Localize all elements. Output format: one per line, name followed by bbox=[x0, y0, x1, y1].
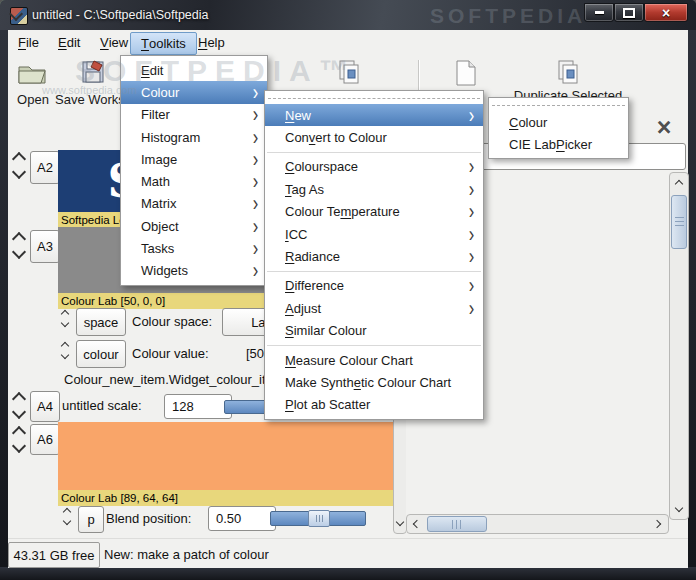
window-frame-left bbox=[0, 30, 8, 567]
menu-item-measure-colour-chart[interactable]: Measure Colour Chart bbox=[265, 349, 483, 371]
menu-item-cie-lab-picker[interactable]: CIE Lab Picker bbox=[489, 133, 628, 155]
minimize-button[interactable] bbox=[584, 3, 614, 22]
menu-item-convert-to-colour[interactable]: Convert to Colour bbox=[265, 126, 483, 148]
menu-item-tag-as[interactable]: Tag As› bbox=[265, 178, 483, 200]
submenu-arrow-icon: › bbox=[469, 275, 475, 297]
row-a6-spinner[interactable] bbox=[12, 428, 26, 451]
menubar-item-file[interactable]: File bbox=[8, 32, 49, 53]
scroll-right-button[interactable] bbox=[650, 515, 664, 533]
menubar-item-help[interactable]: Help bbox=[188, 32, 235, 53]
up-chevron-icon[interactable] bbox=[63, 508, 71, 516]
list-horizontal-scrollbar[interactable] bbox=[406, 514, 669, 534]
menu-item-tasks[interactable]: Tasks› bbox=[121, 237, 267, 259]
save-workspace-button[interactable] bbox=[80, 59, 106, 89]
window-frame-right bbox=[688, 30, 696, 567]
menu-item-colour-temperature[interactable]: Colour Temperature› bbox=[265, 201, 483, 223]
scroll-down-button[interactable] bbox=[670, 501, 688, 515]
row-button-a3[interactable]: A3 bbox=[30, 230, 60, 263]
title-bar[interactable]: SOFTPEDIA untitled - C:\Softpedia\Softpe… bbox=[0, 0, 696, 30]
menu-item-make-synthetic-colour-chart[interactable]: Make Synthetic Colour Chart bbox=[265, 371, 483, 393]
menu-item-colour[interactable]: Colour› bbox=[121, 81, 267, 103]
menu-item-plot-ab-scatter[interactable]: Plot ab Scatter bbox=[265, 394, 483, 416]
menu-tearoff[interactable] bbox=[268, 98, 480, 99]
blend-input[interactable]: 0.50 bbox=[208, 506, 276, 531]
colour-patch-orange[interactable] bbox=[58, 422, 403, 490]
open-button[interactable] bbox=[17, 59, 47, 89]
close-button[interactable]: × bbox=[644, 3, 688, 22]
menu-item-icc[interactable]: ICC› bbox=[265, 223, 483, 245]
menu-item-radiance[interactable]: Radiance› bbox=[265, 245, 483, 267]
down-chevron-icon bbox=[675, 504, 683, 512]
row-button-a2[interactable]: A2 bbox=[30, 151, 60, 184]
down-chevron-icon[interactable] bbox=[12, 165, 26, 179]
space-spinner[interactable] bbox=[58, 311, 72, 326]
down-chevron-icon[interactable] bbox=[12, 439, 26, 453]
menu-item-filter[interactable]: Filter› bbox=[121, 104, 267, 126]
menu-item-colourspace[interactable]: Colourspace› bbox=[265, 156, 483, 178]
menu-separator bbox=[267, 152, 481, 153]
scrollbar-thumb[interactable] bbox=[427, 516, 487, 532]
p-button[interactable]: p bbox=[78, 506, 104, 533]
menu-item-matrix[interactable]: Matrix› bbox=[121, 193, 267, 215]
menu-item-adjust[interactable]: Adjust› bbox=[265, 297, 483, 319]
scale-input[interactable]: 128 bbox=[164, 394, 232, 419]
new-column-button[interactable] bbox=[453, 58, 479, 92]
up-chevron-icon[interactable] bbox=[61, 310, 69, 318]
menu-item-math[interactable]: Math› bbox=[121, 170, 267, 192]
submenu-arrow-icon: › bbox=[253, 193, 259, 215]
space-button[interactable]: space bbox=[76, 308, 126, 336]
application-window: SOFTPEDIA untitled - C:\Softpedia\Softpe… bbox=[0, 0, 696, 580]
maximize-button[interactable] bbox=[614, 3, 644, 22]
colour-spinner[interactable] bbox=[58, 343, 72, 358]
blend-spinner[interactable] bbox=[60, 509, 74, 524]
duplicate-pages-icon bbox=[556, 58, 582, 88]
open-folder-icon bbox=[17, 59, 47, 85]
disk-free-indicator: 43.31 GB free bbox=[8, 542, 100, 568]
row-a3-spinner[interactable] bbox=[12, 234, 26, 257]
down-chevron-icon[interactable] bbox=[61, 351, 69, 359]
submenu-arrow-icon: › bbox=[469, 201, 475, 223]
menu-item-image[interactable]: Image› bbox=[121, 148, 267, 170]
duplicate-selected-button[interactable] bbox=[556, 58, 582, 92]
up-chevron-icon[interactable] bbox=[61, 342, 69, 350]
submenu-arrow-icon: › bbox=[253, 238, 259, 260]
menu-item-object[interactable]: Object› bbox=[121, 215, 267, 237]
blend-slider[interactable] bbox=[270, 511, 366, 526]
slider-thumb[interactable] bbox=[308, 510, 330, 527]
colour-caption-a6: Colour Lab [89, 64, 64] bbox=[58, 490, 409, 506]
down-chevron-icon[interactable] bbox=[12, 405, 26, 419]
list-vertical-scrollbar[interactable] bbox=[669, 172, 689, 520]
menu-item-histogram[interactable]: Histogram› bbox=[121, 126, 267, 148]
menu-item-new-colour[interactable]: Colour bbox=[489, 111, 628, 133]
menu-item-difference[interactable]: Difference› bbox=[265, 275, 483, 297]
row-a2-spinner[interactable] bbox=[12, 154, 26, 177]
colour-button[interactable]: colour bbox=[76, 340, 126, 368]
right-chevron-icon bbox=[653, 520, 661, 528]
scroll-down-button[interactable] bbox=[395, 517, 404, 527]
row-button-a6[interactable]: A6 bbox=[30, 424, 60, 455]
close-icon: × bbox=[662, 6, 670, 20]
scale-label: untitled scale: bbox=[62, 391, 142, 420]
down-chevron-icon[interactable] bbox=[63, 517, 71, 525]
row-a4-spinner[interactable] bbox=[12, 394, 26, 417]
scroll-left-button[interactable] bbox=[410, 515, 424, 533]
thumb-grip bbox=[675, 217, 684, 228]
window-frame-bottom bbox=[0, 567, 696, 580]
menubar-item-edit[interactable]: Edit bbox=[48, 32, 90, 53]
scroll-up-button[interactable] bbox=[670, 177, 688, 191]
menubar-item-toolkits[interactable]: Toolkits bbox=[130, 32, 197, 55]
down-chevron-icon[interactable] bbox=[12, 245, 26, 259]
menu-item-edit[interactable]: Edit bbox=[121, 59, 267, 81]
menu-item-similar-colour[interactable]: Similar Colour bbox=[265, 320, 483, 342]
menu-item-new[interactable]: New› bbox=[265, 104, 483, 126]
menu-tearoff[interactable] bbox=[492, 105, 625, 106]
item-path-label: Colour_new_item.Widget_colour_item bbox=[64, 370, 284, 388]
panel-close-button[interactable]: × bbox=[648, 114, 680, 140]
toolkits-menu: Edit Colour› Filter› Histogram› Image› M… bbox=[120, 55, 268, 286]
scrollbar-thumb[interactable] bbox=[671, 195, 687, 249]
menu-item-widgets[interactable]: Widgets› bbox=[121, 260, 267, 282]
row-button-a4[interactable]: A4 bbox=[30, 391, 60, 422]
down-chevron-icon[interactable] bbox=[61, 319, 69, 327]
toolbar-duplicate-icon-button[interactable] bbox=[337, 58, 363, 92]
submenu-arrow-icon: › bbox=[469, 246, 475, 268]
